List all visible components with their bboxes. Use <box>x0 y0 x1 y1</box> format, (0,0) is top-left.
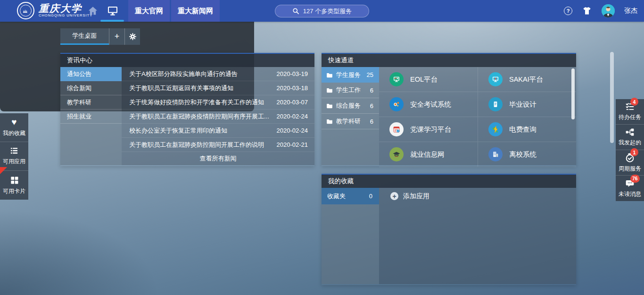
news-panel-title: 资讯中心 <box>60 54 314 67</box>
app-electricity-fee-query[interactable]: 电费查询 <box>478 117 576 142</box>
category-label: 教学科研 <box>336 117 361 126</box>
university-logo[interactable]: 重庆大学 CHONGQING UNIVERSITY <box>17 2 92 19</box>
app-safety-exam-system[interactable]: 安全考试系统 <box>379 92 478 117</box>
university-name: 重庆大学 <box>39 4 92 13</box>
app-label: SAKAI平台 <box>509 75 543 84</box>
workflow-icon <box>625 127 635 137</box>
building-icon <box>488 147 503 161</box>
theme-tshirt-icon[interactable] <box>582 6 592 16</box>
news-item-title: 关于教职员工在新冠肺炎防控期间开展工作的说明 <box>129 141 277 149</box>
dots-icon <box>389 97 404 111</box>
favorites-folder-item[interactable]: 收藏夹 0 <box>322 188 379 204</box>
settings-gear-button[interactable] <box>124 28 140 45</box>
dock-item-initiated-by-me[interactable]: 我发起的 <box>616 125 644 150</box>
app-leave-school-system[interactable]: 离校系统 <box>478 142 576 167</box>
app-label: 就业信息网 <box>410 150 445 159</box>
tab-student-desktop[interactable]: 学生桌面 <box>60 28 109 45</box>
search-placeholder-text: 127 个多类型服务 <box>303 7 352 16</box>
app-label: 电费查询 <box>509 125 537 134</box>
news-item[interactable]: 关于统筹做好疫情防控和开学准备有关工作的通知 2020-03-07 <box>122 95 314 110</box>
search-icon <box>292 8 299 15</box>
nav-link-official-site[interactable]: 重大官网 <box>128 0 170 22</box>
global-search-input[interactable]: 127 个多类型服务 <box>275 5 369 17</box>
app-label: 党课学习平台 <box>410 125 451 134</box>
app-employment-info-site[interactable]: 就业信息网 <box>379 142 478 167</box>
home-icon[interactable] <box>87 6 99 16</box>
dock-item-label: 我的收藏 <box>3 129 25 137</box>
dock-item-unread-messages[interactable]: 76 未读消息 <box>616 176 644 201</box>
news-item-title: 校长办公室关于恢复正常用印的通知 <box>129 126 277 135</box>
category-label: 学生工作 <box>336 86 361 94</box>
news-item-date: 2020-03-07 <box>277 99 308 106</box>
news-item[interactable]: 校长办公室关于恢复正常用印的通知 2020-02-24 <box>122 124 314 138</box>
view-all-news-link[interactable]: 查看所有新闻 <box>122 152 314 165</box>
messages-badge: 76 <box>630 175 640 183</box>
list-icon <box>9 147 19 155</box>
app-sakai-platform[interactable]: SAKAI平台 <box>478 67 576 92</box>
news-center-panel: 资讯中心 通知公告 综合新闻 教学科研 招生就业 关于A校区部分路段实施单向通行… <box>60 53 314 166</box>
desktop-tabbar: 学生桌面 + <box>60 28 140 45</box>
category-count: 6 <box>370 102 373 110</box>
dock-item-available-apps[interactable]: 可用应用 <box>0 142 28 171</box>
news-item-title: 关于统筹做好疫情防控和开学准备有关工作的通知 <box>129 98 277 107</box>
quick-panel-scrollbar[interactable] <box>571 68 575 119</box>
user-name[interactable]: 张杰 <box>624 7 637 15</box>
dock-item-periodic-services[interactable]: 1 周期服务 <box>616 150 644 176</box>
quick-panel-title: 快速通道 <box>322 54 576 67</box>
category-label: 学生服务 <box>336 71 361 79</box>
add-app-button[interactable]: + 添加应用 <box>379 188 576 204</box>
news-tab-general-news[interactable]: 综合新闻 <box>60 81 122 95</box>
dock-item-my-favorites[interactable]: ♥ 我的收藏 <box>0 113 28 142</box>
add-desktop-button[interactable]: + <box>109 28 124 45</box>
news-item[interactable]: 关于教职员工近期返回有关事项的通知 2020-03-18 <box>122 81 314 95</box>
folder-icon <box>326 102 333 109</box>
news-item-date: 2020-03-19 <box>277 70 308 77</box>
app-graduation-design[interactable]: 毕业设计 <box>478 92 576 117</box>
grid-icon <box>10 176 19 185</box>
top-navbar: 重庆大学 CHONGQING UNIVERSITY 重大官网 重大新闻网 127… <box>0 0 644 22</box>
favorites-panel: 我的收藏 收藏夹 0 + 添加应用 <box>322 174 576 285</box>
news-item-date: 2020-02-24 <box>277 127 308 134</box>
monitor-icon <box>389 72 404 86</box>
category-teaching-research[interactable]: 教学科研 6 <box>322 114 379 129</box>
news-item[interactable]: 关于教职员工在新冠肺炎防控期间开展工作的说明 2020-02-21 <box>122 138 314 152</box>
dock-item-todo-tasks[interactable]: 4 待办任务 <box>616 99 644 125</box>
dock-item-label: 未读消息 <box>619 190 641 198</box>
new-ribbon-icon <box>0 167 7 174</box>
app-eol-platform[interactable]: EOL平台 <box>379 67 478 92</box>
globe-bolt-icon <box>488 122 503 136</box>
news-item-date: 2020-02-21 <box>277 141 308 148</box>
category-general-services[interactable]: 综合服务 6 <box>322 98 379 114</box>
folder-icon <box>326 118 333 125</box>
favorites-folder-count: 0 <box>369 193 372 200</box>
quick-channel-panel: 快速通道 学生服务 25 学生工作 6 综合服务 6 教学科研 6 <box>322 53 576 166</box>
news-tab-notices[interactable]: 通知公告 <box>60 67 122 81</box>
todo-badge: 4 <box>630 98 638 106</box>
news-item[interactable]: 关于教职员工在新冠肺炎疫情防控期间有序开展工... 2020-02-24 <box>122 110 314 124</box>
news-item-date: 2020-03-18 <box>277 84 308 92</box>
category-student-work[interactable]: 学生工作 6 <box>322 83 379 98</box>
app-party-course-platform[interactable]: 党课学习平台 <box>379 117 478 142</box>
dock-item-label: 待办任务 <box>619 113 641 121</box>
user-avatar[interactable] <box>602 4 615 17</box>
dock-item-available-cards[interactable]: 可用卡片 <box>0 171 28 200</box>
app-label: 离校系统 <box>509 150 537 159</box>
document-icon <box>488 97 503 111</box>
news-item-date: 2020-02-24 <box>277 113 308 120</box>
news-tab-admissions-jobs[interactable]: 招生就业 <box>60 110 122 124</box>
dock-item-label: 可用卡片 <box>3 187 25 195</box>
help-icon[interactable]: ? <box>564 7 572 15</box>
news-tab-teaching-research[interactable]: 教学科研 <box>60 95 122 110</box>
left-dock: ♥ 我的收藏 可用应用 可用卡片 <box>0 113 28 200</box>
news-item-title: 关于A校区部分路段实施单向通行的通告 <box>129 70 277 78</box>
plus-circle-icon: + <box>390 192 398 200</box>
right-dock: 4 待办任务 我发起的 1 周期服务 76 未读消息 <box>616 99 644 201</box>
calendar-icon <box>389 122 404 136</box>
nav-link-news-site[interactable]: 重大新闻网 <box>171 0 220 22</box>
folder-icon <box>326 72 333 78</box>
page-scrollbar[interactable] <box>610 52 614 143</box>
desktop-tab-icon[interactable] <box>107 5 119 17</box>
category-student-services[interactable]: 学生服务 25 <box>322 67 379 83</box>
dock-item-label: 可用应用 <box>3 158 25 166</box>
news-item[interactable]: 关于A校区部分路段实施单向通行的通告 2020-03-19 <box>122 67 314 81</box>
